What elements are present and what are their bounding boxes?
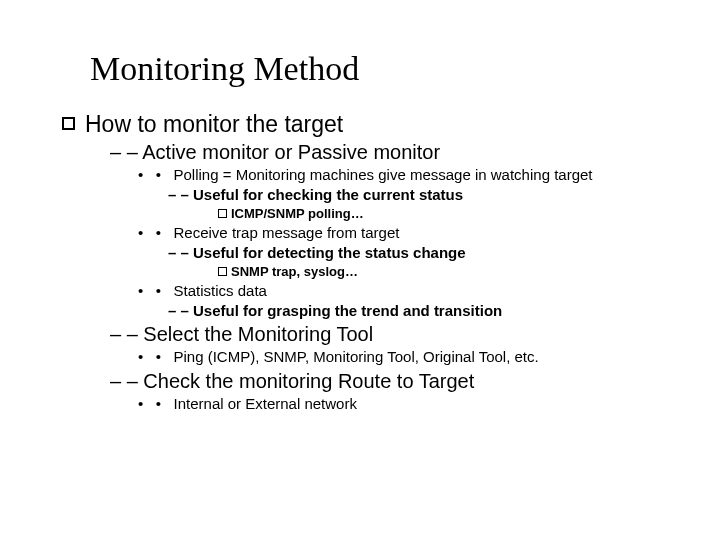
square-bullet-icon	[62, 117, 75, 130]
level5-item: SNMP trap, syslog…	[218, 263, 670, 281]
level3-item: • Statistics data	[138, 281, 670, 301]
slide-title: Monitoring Method	[90, 50, 670, 88]
level5-text: ICMP/SNMP polling…	[231, 206, 364, 221]
level1-text: How to monitor the target	[85, 110, 343, 139]
level3-item: • Polling = Monitoring machines give mes…	[138, 165, 670, 185]
bullet-level1-row: How to monitor the target	[90, 110, 670, 139]
level2-item: – Check the monitoring Route to Target	[110, 368, 670, 394]
level4-item: – Useful for detecting the status change	[168, 243, 670, 263]
level4-item: – Useful for grasping the trend and tran…	[168, 301, 670, 321]
slide: Monitoring Method How to monitor the tar…	[0, 0, 720, 540]
level2-item: – Select the Monitoring Tool	[110, 321, 670, 347]
level2-item: – Active monitor or Passive monitor	[110, 139, 670, 165]
level4-item: – Useful for checking the current status	[168, 185, 670, 205]
level5-item: ICMP/SNMP polling…	[218, 205, 670, 223]
level3-item: • Internal or External network	[138, 394, 670, 414]
small-square-icon	[218, 267, 227, 276]
level3-item: • Receive trap message from target	[138, 223, 670, 243]
small-square-icon	[218, 209, 227, 218]
level3-item: • Ping (ICMP), SNMP, Monitoring Tool, Or…	[138, 347, 670, 367]
level5-text: SNMP trap, syslog…	[231, 264, 358, 279]
